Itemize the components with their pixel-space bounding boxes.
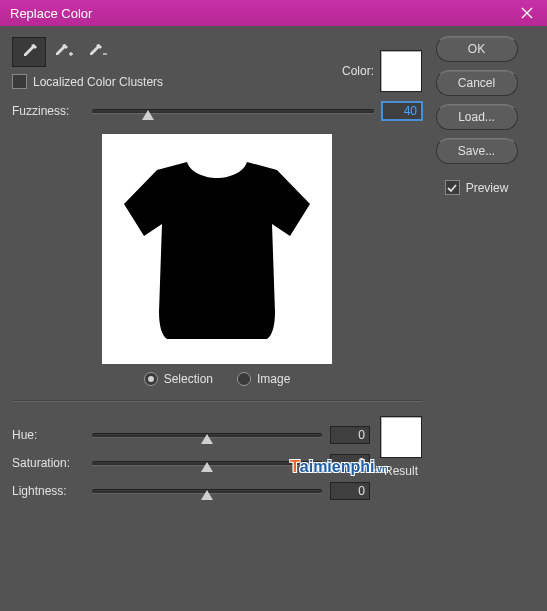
hue-input[interactable]: [330, 426, 370, 444]
close-button[interactable]: [507, 0, 547, 26]
hue-slider[interactable]: [92, 428, 322, 442]
lightness-input[interactable]: [330, 482, 370, 500]
color-label: Color:: [342, 64, 374, 78]
radio-dot-icon: [237, 372, 251, 386]
slider-thumb[interactable]: [201, 490, 213, 500]
eyedropper-plus-icon: [52, 42, 74, 62]
slider-thumb[interactable]: [201, 462, 213, 472]
radio-selection[interactable]: Selection: [144, 372, 213, 386]
check-icon: [447, 183, 457, 193]
preview-checkbox[interactable]: [445, 180, 460, 195]
cancel-label: Cancel: [458, 76, 495, 90]
fuzziness-label: Fuzziness:: [12, 104, 84, 118]
preview-label: Preview: [466, 181, 509, 195]
saturation-slider[interactable]: [92, 456, 322, 470]
close-icon: [521, 7, 533, 19]
fuzziness-input[interactable]: [382, 102, 422, 120]
eyedropper-button[interactable]: [12, 37, 46, 67]
load-button[interactable]: Load...: [436, 104, 518, 130]
selection-preview: [102, 134, 332, 364]
lightness-label: Lightness:: [12, 484, 84, 498]
save-label: Save...: [458, 144, 495, 158]
localized-checkbox-row[interactable]: Localized Color Clusters: [12, 74, 163, 89]
separator: [12, 400, 422, 402]
save-button[interactable]: Save...: [436, 138, 518, 164]
source-color-swatch[interactable]: [380, 50, 422, 92]
slider-track: [92, 109, 374, 114]
localized-label: Localized Color Clusters: [33, 75, 163, 89]
dialog-title: Replace Color: [10, 6, 92, 21]
eyedropper-minus-icon: [86, 42, 108, 62]
title-bar: Replace Color: [0, 0, 547, 26]
result-color-swatch[interactable]: [380, 416, 422, 458]
eyedropper-subtract-button[interactable]: [80, 37, 114, 67]
tshirt-silhouette: [112, 144, 322, 354]
eyedropper-icon: [19, 42, 39, 62]
fuzziness-slider[interactable]: [92, 104, 374, 118]
cancel-button[interactable]: Cancel: [436, 70, 518, 96]
slider-thumb[interactable]: [201, 434, 213, 444]
load-label: Load...: [458, 110, 495, 124]
result-label: Result: [384, 464, 418, 478]
preview-checkbox-row[interactable]: Preview: [445, 180, 509, 195]
radio-image[interactable]: Image: [237, 372, 290, 386]
lightness-slider[interactable]: [92, 484, 322, 498]
ok-label: OK: [468, 42, 485, 56]
eyedropper-add-button[interactable]: [46, 37, 80, 67]
ok-button[interactable]: OK: [436, 36, 518, 62]
radio-dot-icon: [144, 372, 158, 386]
eyedropper-tools: [12, 36, 163, 68]
saturation-label: Saturation:: [12, 456, 84, 470]
slider-thumb[interactable]: [142, 110, 154, 120]
localized-checkbox[interactable]: [12, 74, 27, 89]
preview-mode-radios: Selection Image: [12, 372, 422, 386]
hue-label: Hue:: [12, 428, 84, 442]
radio-image-label: Image: [257, 372, 290, 386]
saturation-input[interactable]: [330, 454, 370, 472]
radio-selection-label: Selection: [164, 372, 213, 386]
